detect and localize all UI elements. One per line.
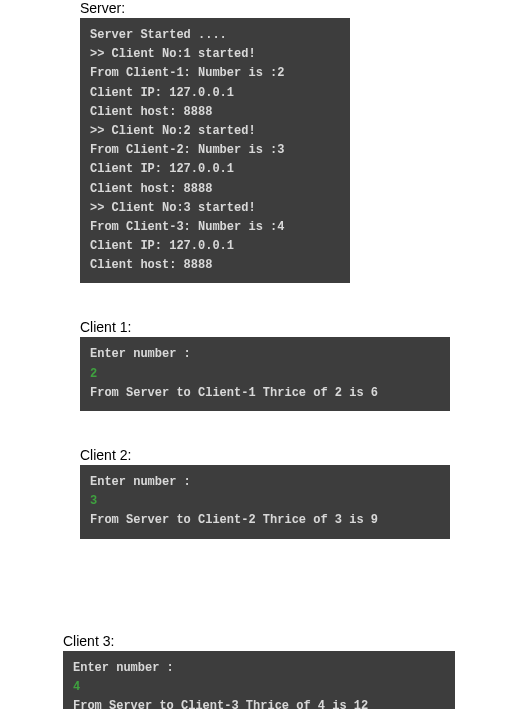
client1-response: From Server to Client-1 Thrice of 2 is 6 — [90, 384, 440, 403]
server-line: >> Client No:1 started! — [90, 45, 340, 64]
client1-terminal: Enter number : 2 From Server to Client-1… — [80, 337, 450, 411]
server-line: Client host: 8888 — [90, 103, 340, 122]
server-line: >> Client No:2 started! — [90, 122, 340, 141]
client2-label: Client 2: — [80, 447, 531, 463]
client3-label: Client 3: — [63, 633, 531, 649]
server-line: Client host: 8888 — [90, 180, 340, 199]
client3-prompt: Enter number : — [73, 659, 445, 678]
server-line: From Client-2: Number is :3 — [90, 141, 340, 160]
client1-prompt: Enter number : — [90, 345, 440, 364]
server-line: From Client-3: Number is :4 — [90, 218, 340, 237]
client3-terminal: Enter number : 4 From Server to Client-3… — [63, 651, 455, 709]
client3-input: 4 — [73, 678, 445, 697]
server-line: Client IP: 127.0.0.1 — [90, 160, 340, 179]
client1-input: 2 — [90, 365, 440, 384]
server-line: >> Client No:3 started! — [90, 199, 340, 218]
client3-response: From Server to Client-3 Thrice of 4 is 1… — [73, 697, 445, 709]
server-line: Client host: 8888 — [90, 256, 340, 275]
client2-response: From Server to Client-2 Thrice of 3 is 9 — [90, 511, 440, 530]
server-line: Client IP: 127.0.0.1 — [90, 237, 340, 256]
server-line: Client IP: 127.0.0.1 — [90, 84, 340, 103]
server-line: Server Started .... — [90, 26, 340, 45]
server-line: From Client-1: Number is :2 — [90, 64, 340, 83]
client1-label: Client 1: — [80, 319, 531, 335]
client2-prompt: Enter number : — [90, 473, 440, 492]
client2-terminal: Enter number : 3 From Server to Client-2… — [80, 465, 450, 539]
server-terminal: Server Started .... >> Client No:1 start… — [80, 18, 350, 283]
client2-input: 3 — [90, 492, 440, 511]
server-label: Server: — [80, 0, 531, 16]
